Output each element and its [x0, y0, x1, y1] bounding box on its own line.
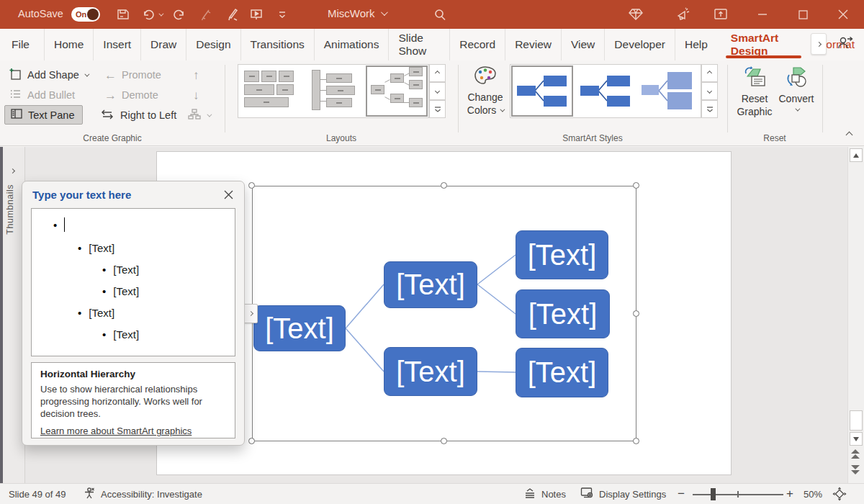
bullet-icon: •	[53, 219, 57, 231]
layout-option-horizontal-hierarchy[interactable]	[365, 65, 428, 117]
autosave-toggle[interactable]: On	[71, 7, 100, 22]
convert-button[interactable]: Convert	[778, 65, 815, 112]
expand-thumbnails-icon[interactable]	[11, 163, 14, 176]
tab-smartart-design[interactable]: SmartArt Design	[721, 29, 806, 60]
text-pane-list[interactable]: • • [Text] • [Text] • [Text] •	[31, 208, 235, 356]
tab-record[interactable]: Record	[450, 29, 505, 60]
smartart-node-root[interactable]: [Text]	[253, 305, 346, 351]
layouts-scroll-up-button[interactable]	[429, 64, 446, 82]
demote-button[interactable]: → Demote	[104, 85, 158, 105]
styles-scroll-up-button[interactable]	[701, 64, 718, 82]
tab-animations[interactable]: Animations	[315, 29, 390, 60]
right-to-left-button[interactable]: Right to Left	[99, 105, 176, 125]
layouts-more-button[interactable]	[429, 100, 446, 118]
notes-button[interactable]: Notes	[523, 484, 566, 504]
collapse-ribbon-icon[interactable]	[846, 132, 853, 139]
fit-slide-to-window-button[interactable]	[832, 484, 847, 504]
highlighter-icon[interactable]	[199, 6, 215, 22]
tab-transitions[interactable]: Transitions	[241, 29, 315, 60]
smartart-node-right-top[interactable]: [Text]	[516, 230, 608, 279]
vertical-scrollbar[interactable]	[847, 147, 864, 483]
selection-handle-bottom-center[interactable]	[441, 438, 447, 444]
move-down-button[interactable]: ↓	[193, 85, 199, 105]
tab-view[interactable]: View	[562, 29, 605, 60]
redo-icon[interactable]	[171, 6, 187, 22]
zoom-out-button[interactable]: −	[678, 484, 685, 504]
slide-indicator[interactable]: Slide 49 of 49	[9, 484, 66, 504]
share-icon[interactable]	[837, 35, 854, 53]
close-button[interactable]	[835, 6, 851, 22]
tab-insert[interactable]: Insert	[94, 29, 141, 60]
previous-slide-button[interactable]	[851, 449, 860, 459]
scroll-down-button[interactable]	[850, 432, 863, 446]
org-layout-button[interactable]	[187, 105, 210, 125]
ribbon-display-options-icon[interactable]	[713, 6, 729, 22]
style-option-3[interactable]	[637, 65, 701, 117]
entry-text: [Text]	[89, 242, 114, 254]
tab-file[interactable]: File	[0, 29, 45, 60]
undo-icon[interactable]	[140, 6, 156, 22]
next-slide-button[interactable]	[851, 465, 860, 474]
tab-help[interactable]: Help	[675, 29, 717, 60]
text-pane-entry[interactable]: • [Text]	[102, 325, 139, 343]
tab-overflow-button[interactable]	[811, 33, 827, 55]
styles-more-button[interactable]	[701, 100, 718, 118]
scrollbar-thumb[interactable]	[850, 410, 863, 431]
text-pane-entry[interactable]: • [Text]	[78, 304, 114, 321]
tab-draw[interactable]: Draw	[141, 29, 186, 60]
tab-developer[interactable]: Developer	[605, 29, 675, 60]
display-settings-button[interactable]: Display Settings	[580, 484, 666, 504]
selection-handle-top-left[interactable]	[248, 182, 255, 189]
zoom-in-button[interactable]: +	[786, 484, 793, 504]
reset-graphic-button[interactable]: Reset Graphic	[736, 65, 773, 118]
right-to-left-icon	[99, 109, 115, 122]
selection-handle-bottom-left[interactable]	[248, 438, 255, 444]
add-bullet-button[interactable]: Add Bullet	[9, 85, 75, 105]
start-slideshow-icon[interactable]	[248, 6, 264, 22]
layouts-scroll-down-button[interactable]	[429, 82, 446, 100]
document-title[interactable]: MiscWork	[328, 7, 386, 19]
selection-handle-bottom-right[interactable]	[633, 438, 639, 444]
change-colors-button[interactable]: Change Colors	[464, 65, 506, 117]
text-pane-expander-tab[interactable]	[243, 304, 258, 323]
maximize-button[interactable]	[795, 6, 811, 22]
smartart-node-mid-top[interactable]: [Text]	[384, 261, 477, 308]
zoom-level[interactable]: 50%	[804, 484, 822, 504]
selection-handle-top-right[interactable]	[633, 182, 639, 189]
learn-more-link[interactable]: Learn more about SmartArt graphics	[40, 426, 192, 436]
smartart-node-mid-bottom[interactable]: [Text]	[384, 347, 477, 396]
pen-icon[interactable]	[225, 6, 240, 22]
minimize-button[interactable]	[755, 6, 770, 22]
text-pane-entry[interactable]: • [Text]	[102, 261, 139, 278]
undo-dropdown-icon[interactable]	[156, 6, 164, 22]
styles-scroll-down-button[interactable]	[701, 82, 718, 100]
style-option-1[interactable]	[510, 65, 574, 117]
promote-button[interactable]: ← Promote	[104, 65, 161, 85]
selection-handle-top-center[interactable]	[441, 182, 447, 189]
smartart-node-right-middle[interactable]: [Text]	[516, 289, 610, 338]
text-pane-entry[interactable]: • [Text]	[78, 239, 114, 256]
scroll-up-button[interactable]	[850, 148, 863, 162]
layout-option-1[interactable]	[238, 65, 302, 117]
text-pane-close-icon[interactable]	[221, 187, 235, 202]
search-icon[interactable]	[432, 7, 448, 23]
customize-quick-access-icon[interactable]	[274, 6, 290, 22]
save-icon[interactable]	[115, 6, 131, 22]
accessibility-status[interactable]: Accessibility: Investigate	[83, 484, 202, 504]
text-pane-button[interactable]: Text Pane	[4, 105, 83, 125]
style-option-2[interactable]	[574, 65, 637, 117]
selection-handle-middle-right[interactable]	[633, 310, 639, 317]
text-pane-entry[interactable]: •	[53, 216, 72, 233]
premium-diamond-icon[interactable]	[628, 6, 644, 22]
text-pane-entry[interactable]: • [Text]	[102, 282, 139, 300]
move-up-button[interactable]: ↑	[193, 65, 199, 85]
tab-review[interactable]: Review	[505, 29, 562, 60]
layout-option-2[interactable]	[302, 65, 365, 117]
tab-home[interactable]: Home	[45, 29, 94, 60]
smartart-node-right-bottom[interactable]: [Text]	[516, 348, 608, 397]
zoom-slider-thumb[interactable]	[711, 488, 716, 500]
tab-design[interactable]: Design	[186, 29, 240, 60]
add-shape-button[interactable]: Add Shape	[9, 65, 88, 85]
tab-slide-show[interactable]: Slide Show	[389, 29, 450, 60]
feedback-megaphone-icon[interactable]	[675, 6, 691, 22]
